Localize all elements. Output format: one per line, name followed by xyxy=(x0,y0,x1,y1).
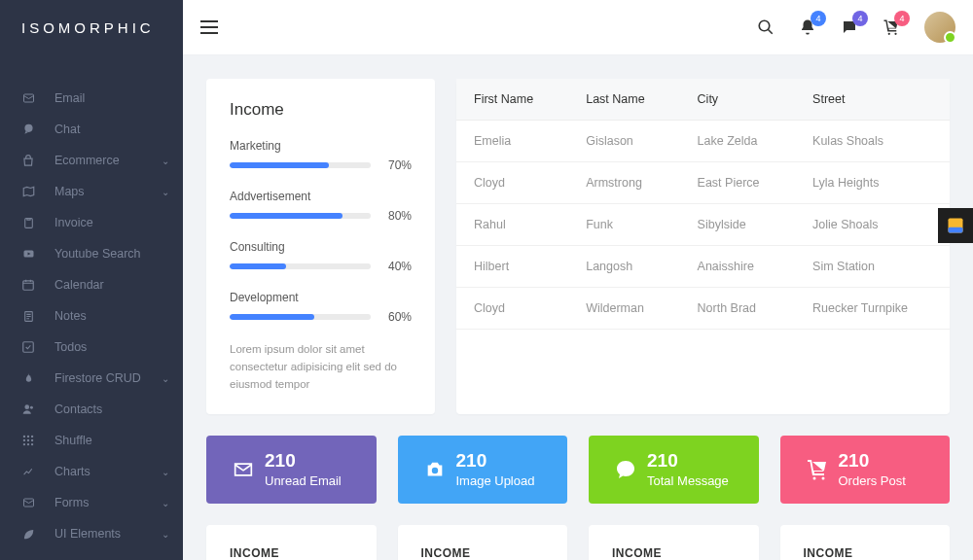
cart-icon[interactable]: 4 xyxy=(883,18,900,36)
table-header[interactable]: Street xyxy=(795,79,950,121)
progress-label: Addvertisement xyxy=(230,190,412,203)
bubble-icon xyxy=(604,458,647,481)
brand-logo[interactable]: ISOMORPHIC xyxy=(0,0,183,55)
bell-icon[interactable]: 4 xyxy=(799,18,816,36)
bag-icon xyxy=(19,154,37,168)
table-cell: Hilbert xyxy=(456,246,568,288)
stat-label: Orders Post xyxy=(839,473,906,488)
search-icon[interactable] xyxy=(757,18,775,36)
grid-icon xyxy=(19,434,37,447)
sidebar-item-forms[interactable]: Forms⌄ xyxy=(0,487,183,518)
mini-label: INCOME xyxy=(230,546,353,560)
sidebar-item-contacts[interactable]: Contacts xyxy=(0,394,183,425)
sidebar-item-chat[interactable]: Chat xyxy=(0,114,183,145)
table-row[interactable]: EmeliaGislasonLake ZeldaKulas Shoals xyxy=(456,121,950,162)
svg-rect-4 xyxy=(23,281,34,290)
sidebar-item-charts[interactable]: Charts⌄ xyxy=(0,456,183,487)
content-area: Income Marketing70%Addvertisement80%Cons… xyxy=(183,55,973,560)
income-card: Income Marketing70%Addvertisement80%Cons… xyxy=(206,79,435,414)
sidebar-item-firestore-crud[interactable]: Firestore CRUD⌄ xyxy=(0,363,183,394)
table-header[interactable]: Last Name xyxy=(568,79,679,121)
envelope-icon xyxy=(222,460,265,479)
svg-point-10 xyxy=(27,436,29,438)
leaf-icon xyxy=(19,527,37,541)
sidebar-item-label: Ecommerce xyxy=(54,154,120,167)
sidebar-item-todos[interactable]: Todos xyxy=(0,332,183,363)
table-card: First NameLast NameCityStreet EmeliaGisl… xyxy=(456,79,950,414)
progress-label: Marketing xyxy=(230,139,412,153)
sidebar-item-shuffle[interactable]: Shuffle xyxy=(0,425,183,456)
sidebar-item-email[interactable]: Email xyxy=(0,83,183,114)
table-cell: Ruecker Turnpike xyxy=(795,288,950,330)
sidebar-item-maps[interactable]: Maps⌄ xyxy=(0,176,183,207)
sidebar-item-notes[interactable]: Notes xyxy=(0,300,183,332)
svg-point-24 xyxy=(812,477,815,480)
table-row[interactable]: CloydWildermanNorth BradRuecker Turnpike xyxy=(456,288,950,330)
theme-widget-icon[interactable] xyxy=(938,208,973,243)
table-header[interactable]: City xyxy=(680,79,796,121)
sidebar-item-ui-elements[interactable]: UI Elements⌄ xyxy=(0,518,183,549)
mail2-icon xyxy=(19,497,37,508)
stat-number: 210 xyxy=(647,451,729,472)
contact-icon xyxy=(19,402,37,416)
svg-point-7 xyxy=(24,404,29,409)
progress-percent: 60% xyxy=(382,310,412,324)
sidebar-item-label: Notes xyxy=(54,309,87,323)
stat-card-unread-email[interactable]: 210Unread Email xyxy=(206,436,377,504)
stat-card-total-message[interactable]: 210Total Message xyxy=(589,436,759,504)
table-row[interactable]: RahulFunkSibylsideJolie Shoals xyxy=(456,204,950,246)
table-row[interactable]: CloydArmstrongEast PierceLyla Heights xyxy=(456,162,950,204)
sidebar-item-youtube-search[interactable]: Youtube Search xyxy=(0,238,183,269)
sidebar-item-calendar[interactable]: Calendar xyxy=(0,269,183,300)
stat-card-image-upload[interactable]: 210Image Upload xyxy=(398,436,568,504)
svg-point-17 xyxy=(31,443,33,445)
hamburger-icon[interactable] xyxy=(200,17,218,39)
sidebar-item-label: Firestore CRUD xyxy=(54,371,141,385)
cart-icon xyxy=(796,458,839,481)
income-mini-card: INCOME$15000 xyxy=(398,525,568,560)
progress-label: Consulting xyxy=(230,240,412,254)
progress-row: Marketing70% xyxy=(230,139,412,172)
bell-badge: 4 xyxy=(811,11,826,26)
topbar: 4 4 4 xyxy=(183,0,973,55)
chevron-down-icon: ⌄ xyxy=(162,373,169,384)
svg-point-15 xyxy=(23,443,25,445)
svg-rect-27 xyxy=(949,228,963,233)
chat-icon xyxy=(19,122,37,136)
sidebar-item-label: Calendar xyxy=(54,278,104,292)
svg-point-16 xyxy=(27,443,29,445)
svg-point-9 xyxy=(23,436,25,438)
table-cell: Emelia xyxy=(456,121,568,162)
svg-point-19 xyxy=(759,20,770,31)
stat-number: 210 xyxy=(839,451,906,472)
sidebar-item-label: UI Elements xyxy=(54,527,121,541)
table-cell: North Brad xyxy=(680,288,796,330)
table-cell: Cloyd xyxy=(456,288,568,330)
progress-bar xyxy=(230,162,371,168)
table-cell: Langosh xyxy=(568,246,679,288)
table-cell: Jolie Shoals xyxy=(795,204,950,246)
progress-row: Addvertisement80% xyxy=(230,190,412,223)
sidebar-item-invoice[interactable]: Invoice xyxy=(0,207,183,238)
svg-point-21 xyxy=(888,33,890,35)
table-cell: East Pierce xyxy=(680,162,796,204)
table-cell: Lake Zelda xyxy=(680,121,796,162)
sidebar-nav: EmailChatEcommerce⌄Maps⌄InvoiceYoutube S… xyxy=(0,55,183,560)
table-row[interactable]: HilbertLangoshAnaisshireSim Station xyxy=(456,246,950,288)
table-cell: Armstrong xyxy=(568,162,679,204)
chevron-down-icon: ⌄ xyxy=(162,467,169,477)
table-header[interactable]: First Name xyxy=(456,79,568,121)
sidebar-item-ecommerce[interactable]: Ecommerce⌄ xyxy=(0,145,183,176)
progress-row: Consulting40% xyxy=(230,240,412,273)
stat-card-orders-post[interactable]: 210Orders Post xyxy=(780,436,951,504)
stat-number: 210 xyxy=(456,451,535,472)
chevron-down-icon: ⌄ xyxy=(162,187,169,197)
progress-percent: 80% xyxy=(382,209,412,223)
avatar[interactable] xyxy=(924,12,955,43)
data-table: First NameLast NameCityStreet EmeliaGisl… xyxy=(456,79,950,330)
svg-point-23 xyxy=(431,468,437,473)
message-icon[interactable]: 4 xyxy=(841,18,858,36)
svg-rect-6 xyxy=(23,342,34,353)
svg-point-12 xyxy=(23,439,25,441)
table-cell: Kulas Shoals xyxy=(795,121,950,162)
